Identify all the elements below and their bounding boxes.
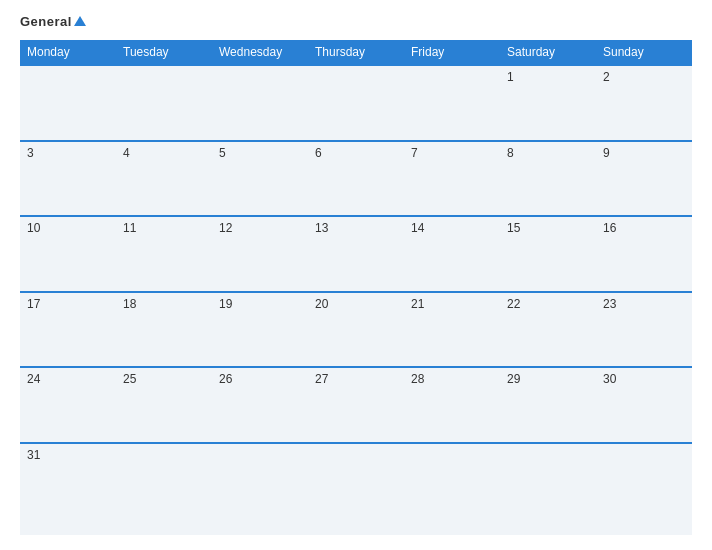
day-number: 27 — [315, 372, 397, 386]
day-number: 16 — [603, 221, 685, 235]
calendar-day-cell: 12 — [212, 216, 308, 292]
calendar-day-cell: 26 — [212, 367, 308, 443]
calendar-day-cell — [404, 65, 500, 141]
calendar-day-cell: 23 — [596, 292, 692, 368]
calendar-week-row: 17181920212223 — [20, 292, 692, 368]
day-number: 25 — [123, 372, 205, 386]
calendar-day-cell: 13 — [308, 216, 404, 292]
calendar-day-cell: 8 — [500, 141, 596, 217]
calendar-day-cell — [212, 65, 308, 141]
header-friday: Friday — [404, 40, 500, 65]
day-number: 17 — [27, 297, 109, 311]
day-number: 31 — [27, 448, 109, 462]
day-number: 3 — [27, 146, 109, 160]
calendar-header: General — [20, 15, 692, 28]
calendar-day-cell: 1 — [500, 65, 596, 141]
calendar-wrapper: General Monday Tuesday Wednesday Thursda… — [0, 0, 712, 550]
calendar-day-cell: 17 — [20, 292, 116, 368]
calendar-day-cell: 3 — [20, 141, 116, 217]
calendar-day-cell: 29 — [500, 367, 596, 443]
calendar-day-cell: 18 — [116, 292, 212, 368]
calendar-week-row: 10111213141516 — [20, 216, 692, 292]
calendar-day-cell: 16 — [596, 216, 692, 292]
day-number: 24 — [27, 372, 109, 386]
weekday-header-row: Monday Tuesday Wednesday Thursday Friday… — [20, 40, 692, 65]
calendar-table: Monday Tuesday Wednesday Thursday Friday… — [20, 40, 692, 535]
calendar-day-cell: 20 — [308, 292, 404, 368]
calendar-day-cell: 11 — [116, 216, 212, 292]
calendar-day-cell — [116, 443, 212, 536]
day-number: 12 — [219, 221, 301, 235]
calendar-day-cell: 27 — [308, 367, 404, 443]
calendar-week-row: 3456789 — [20, 141, 692, 217]
calendar-day-cell: 10 — [20, 216, 116, 292]
day-number: 6 — [315, 146, 397, 160]
calendar-day-cell: 9 — [596, 141, 692, 217]
day-number: 15 — [507, 221, 589, 235]
calendar-day-cell: 14 — [404, 216, 500, 292]
calendar-day-cell — [20, 65, 116, 141]
day-number: 29 — [507, 372, 589, 386]
day-number: 13 — [315, 221, 397, 235]
calendar-week-row: 12 — [20, 65, 692, 141]
day-number: 14 — [411, 221, 493, 235]
header-sunday: Sunday — [596, 40, 692, 65]
day-number: 5 — [219, 146, 301, 160]
calendar-day-cell: 5 — [212, 141, 308, 217]
calendar-day-cell — [308, 443, 404, 536]
calendar-day-cell — [212, 443, 308, 536]
calendar-day-cell: 31 — [20, 443, 116, 536]
calendar-day-cell — [500, 443, 596, 536]
day-number: 9 — [603, 146, 685, 160]
day-number: 23 — [603, 297, 685, 311]
calendar-day-cell: 30 — [596, 367, 692, 443]
day-number: 21 — [411, 297, 493, 311]
header-saturday: Saturday — [500, 40, 596, 65]
header-wednesday: Wednesday — [212, 40, 308, 65]
calendar-week-row: 24252627282930 — [20, 367, 692, 443]
header-thursday: Thursday — [308, 40, 404, 65]
calendar-day-cell — [404, 443, 500, 536]
calendar-week-row: 31 — [20, 443, 692, 536]
day-number: 30 — [603, 372, 685, 386]
calendar-day-cell: 21 — [404, 292, 500, 368]
calendar-day-cell: 2 — [596, 65, 692, 141]
calendar-day-cell: 19 — [212, 292, 308, 368]
day-number: 26 — [219, 372, 301, 386]
calendar-day-cell: 22 — [500, 292, 596, 368]
calendar-day-cell — [596, 443, 692, 536]
calendar-day-cell: 24 — [20, 367, 116, 443]
calendar-day-cell: 6 — [308, 141, 404, 217]
day-number: 11 — [123, 221, 205, 235]
header-monday: Monday — [20, 40, 116, 65]
day-number: 10 — [27, 221, 109, 235]
day-number: 7 — [411, 146, 493, 160]
day-number: 22 — [507, 297, 589, 311]
logo-general-text: General — [20, 15, 86, 28]
header-tuesday: Tuesday — [116, 40, 212, 65]
logo: General — [20, 15, 86, 28]
calendar-day-cell: 15 — [500, 216, 596, 292]
logo-triangle-icon — [74, 16, 86, 26]
calendar-day-cell: 4 — [116, 141, 212, 217]
calendar-day-cell — [308, 65, 404, 141]
day-number: 18 — [123, 297, 205, 311]
day-number: 20 — [315, 297, 397, 311]
day-number: 8 — [507, 146, 589, 160]
day-number: 4 — [123, 146, 205, 160]
day-number: 2 — [603, 70, 685, 84]
day-number: 28 — [411, 372, 493, 386]
calendar-day-cell: 25 — [116, 367, 212, 443]
calendar-day-cell — [116, 65, 212, 141]
calendar-day-cell: 7 — [404, 141, 500, 217]
day-number: 19 — [219, 297, 301, 311]
day-number: 1 — [507, 70, 589, 84]
calendar-day-cell: 28 — [404, 367, 500, 443]
